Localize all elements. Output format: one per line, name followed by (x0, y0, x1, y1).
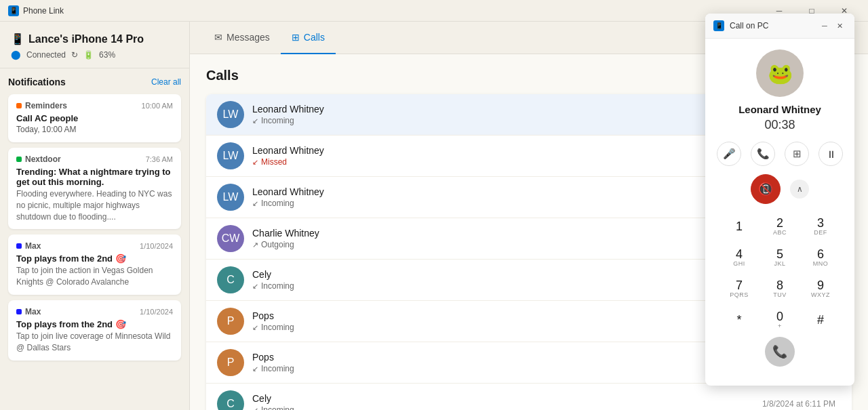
call-type: ↙ Incoming (252, 116, 781, 125)
numpad: 1 2 ABC 3 DEF 4 GHI 5 JKL 6 MNO 7 PQRS 8… (716, 212, 844, 375)
clear-all-button[interactable]: Clear all (151, 77, 181, 87)
numpad-key-4[interactable]: 4 GHI (722, 243, 757, 272)
call-info: Leonard Whitney ↙ Incoming (252, 104, 781, 125)
notification-card[interactable]: Reminders 10:00 AM Call AC people Today,… (8, 94, 181, 142)
call-type: ↙ Incoming (252, 364, 762, 373)
numpad-row: 4 GHI 5 JKL 6 MNO (719, 243, 841, 272)
numpad-digit: 9 (817, 279, 824, 291)
sidebar: 📱 Lance's iPhone 14 Pro ⬤ Connected ↻ 🔋 … (0, 22, 190, 410)
keypad-button[interactable]: ⊞ (785, 142, 809, 166)
call-name: Leonard Whitney (252, 104, 781, 115)
notif-card-header: Reminders 10:00 AM (16, 101, 173, 110)
notif-body: Flooding everywhere. Heading to NYC was … (16, 188, 173, 222)
numpad-digit: 1 (736, 220, 743, 232)
numpad-letters: GHI (733, 260, 745, 268)
numpad-key-9[interactable]: 9 WXYZ (803, 274, 838, 303)
notification-card[interactable]: Nextdoor 7:36 AM Trending: What a nightm… (8, 148, 181, 229)
numpad-key-#[interactable]: # (803, 306, 838, 334)
call-type-icon: ↙ (252, 406, 258, 411)
call-type-icon: ↙ (252, 323, 258, 332)
numpad-key-6[interactable]: 6 MNO (803, 243, 838, 272)
notif-app-name: Reminders (16, 101, 67, 110)
call-name: Cely (252, 269, 757, 280)
numpad-letters: TUV (773, 291, 787, 299)
notification-card[interactable]: Max 1/10/2024 Top plays from the 2nd 🎯 T… (8, 300, 181, 361)
transfer-button[interactable]: 📞 (751, 142, 775, 166)
notif-title: Top plays from the 2nd 🎯 (16, 253, 173, 264)
notif-app-dot (16, 243, 22, 249)
notif-card-header: Nextdoor 7:36 AM (16, 155, 173, 164)
notif-subtitle: Today, 10:00 AM (16, 125, 173, 134)
call-name: Leonard Whitney (252, 186, 753, 197)
notif-title: Call AC people (16, 113, 173, 123)
call-popup: 📱 Call on PC ─ ✕ 🐸 Leonard Whitney 00:38… (705, 14, 854, 386)
call-type: ↙ Missed (252, 157, 753, 167)
popup-controls: ─ ✕ (818, 19, 846, 33)
end-call-button[interactable]: 📵 (751, 174, 781, 204)
notif-app-name: Nextdoor (16, 155, 61, 164)
call-row[interactable]: C Cely ↙ Incoming 1/8/2024 at 6:11 PM (206, 384, 852, 410)
notification-list: Reminders 10:00 AM Call AC people Today,… (8, 94, 181, 361)
notifications-header: Notifications Clear all (8, 77, 181, 87)
numpad-key-2[interactable]: 2 ABC (762, 212, 797, 241)
numpad-key-8[interactable]: 8 TUV (762, 274, 797, 303)
numpad-row: 1 2 ABC 3 DEF (719, 212, 841, 241)
numpad-letters: WXYZ (811, 291, 830, 299)
call-info: Cely ↙ Incoming (252, 269, 757, 291)
call-name: Pops (252, 310, 757, 321)
call-info: Cely ↙ Incoming (252, 393, 762, 410)
call-type-icon: ↗ (252, 241, 258, 249)
numpad-digit: 2 (776, 217, 783, 229)
notif-time: 1/10/2024 (140, 308, 173, 316)
tab-calls[interactable]: ⊞ Calls (281, 22, 336, 54)
call-avatar: P (217, 349, 244, 376)
numpad-dial-button[interactable]: 📞 (765, 337, 795, 367)
numpad-letters: PQRS (730, 291, 749, 299)
device-status: ⬤ Connected ↻ 🔋 63% (11, 49, 178, 60)
call-avatar: C (217, 266, 244, 293)
call-type: ↙ Incoming (252, 323, 757, 332)
notifications-title: Notifications (8, 77, 66, 87)
hold-button[interactable]: ⏸ (818, 142, 843, 166)
bluetooth-icon: ⬤ (11, 49, 21, 60)
popup-body: 🐸 Leonard Whitney 00:38 🎤 📞 ⊞ ⏸ 📵 ∧ 1 2 … (705, 39, 854, 386)
call-info: Pops ↙ Incoming (252, 310, 757, 332)
numpad-key-*[interactable]: * (722, 306, 757, 334)
popup-title-bar: 📱 Call on PC ─ ✕ (705, 14, 854, 39)
numpad-digit: 5 (776, 248, 783, 260)
numpad-letters: JKL (774, 260, 785, 268)
notification-card[interactable]: Max 1/10/2024 Top plays from the 2nd 🎯 T… (8, 234, 181, 295)
numpad-row: 7 PQRS 8 TUV 9 WXYZ (719, 274, 841, 303)
numpad-key-3[interactable]: 3 DEF (803, 212, 838, 241)
notif-app-dot (16, 309, 22, 314)
numpad-digit: 6 (817, 248, 824, 260)
call-info: Leonard Whitney ↙ Incoming (252, 186, 753, 208)
call-type: ↙ Incoming (252, 199, 753, 208)
refresh-icon[interactable]: ↻ (71, 50, 78, 60)
notifications-section: Notifications Clear all Reminders 10:00 … (0, 68, 189, 410)
notif-app-dot (16, 157, 22, 162)
mute-button[interactable]: 🎤 (717, 142, 741, 166)
popup-close[interactable]: ✕ (833, 19, 846, 33)
call-info: Charlie Whitney ↗ Outgoing (252, 228, 753, 249)
battery-icon: 🔋 (83, 50, 94, 60)
call-type-icon: ↙ (252, 117, 258, 125)
numpad-letters: MNO (813, 260, 829, 268)
calls-icon: ⊞ (292, 32, 300, 43)
numpad-key-5[interactable]: 5 JKL (762, 243, 797, 272)
expand-button[interactable]: ∧ (790, 180, 809, 199)
call-name: Cely (252, 393, 762, 404)
numpad-call-row: 📞 (719, 337, 841, 367)
app-title: Phone Link (23, 6, 64, 16)
tab-messages[interactable]: ✉ Messages (203, 22, 281, 54)
numpad-key-7[interactable]: 7 PQRS (722, 274, 757, 303)
notif-app-name: Max (16, 241, 41, 251)
notif-time: 10:00 AM (142, 102, 173, 110)
notif-time: 7:36 AM (146, 155, 173, 163)
numpad-key-0[interactable]: 0 + (762, 306, 797, 334)
notif-app-name: Max (16, 307, 41, 316)
numpad-digit: 0 (776, 310, 783, 323)
call-avatar: C (217, 390, 244, 410)
popup-minimize[interactable]: ─ (818, 19, 831, 33)
numpad-key-1[interactable]: 1 (722, 212, 757, 241)
